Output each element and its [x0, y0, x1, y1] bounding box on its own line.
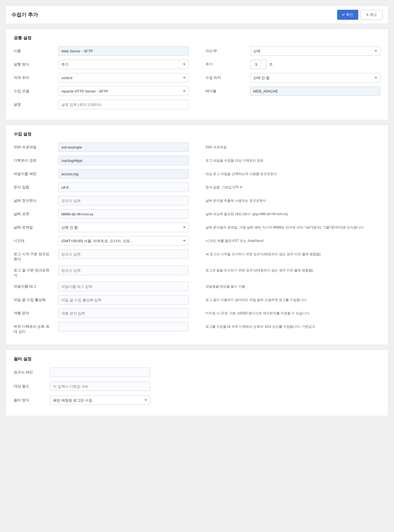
filename-tag-desc: 파일명을 태깅할 필드 이름 — [206, 282, 381, 289]
newline-char-desc: 미지정 시 LF로 구분, \u0000 형식으로 제어문자를 지정할 수 있습… — [206, 308, 381, 316]
charset-label: 문자 집합 — [14, 183, 58, 190]
filename-tag-input[interactable] — [58, 282, 189, 291]
subdir-depth-desc: 로그를 수집할 때 하위 디렉토리 순회의 최대 깊이를 지정합니다. 기본값 … — [206, 322, 381, 329]
header-bar: 수집기 추가 ✔ 확인 ✕ 취소 — [6, 6, 388, 24]
name-input[interactable] — [58, 46, 189, 56]
filter-method-select[interactable]: 패턴 매칭된 로그만 수집 패턴 매칭된 로그 제외 — [50, 395, 150, 405]
log-start-regex-input[interactable] — [58, 249, 189, 259]
filter-settings-section: 필터 설정 정규식 패턴 대상 필드 필터 방식 패턴 매칭된 로그만 수집 패… — [6, 349, 388, 416]
collect-location-select[interactable]: 선택 안 함 — [250, 73, 381, 82]
filename-pattern-label: 파일이름 패턴 — [14, 169, 58, 176]
newline-char-label: 개행 문자 — [14, 308, 58, 316]
log-end-regex-label: 로그 끝 구분 정규표현 식 — [14, 266, 58, 278]
log-start-regex-label: 로그 시작 구분 정규표 현식 — [14, 249, 58, 262]
date-regex-label: 날짜 정규현식 — [14, 196, 58, 203]
date-regex-input[interactable] — [58, 196, 189, 205]
log-end-regex-desc: 로그의 끝을 인식하기 위한 정규식(매칭되지 않는 경우 이전 줄에 병합됨) — [206, 266, 381, 273]
regex-pattern-label: 정규식 패턴 — [14, 370, 50, 375]
newline-char-input[interactable] — [58, 308, 189, 318]
cancel-button[interactable]: ✕ 취소 — [361, 10, 383, 20]
collect-settings-section: 수집 설정 SSH 프로파일 SSH 프로파일 디렉토리 경로 로그 파일을 수… — [6, 125, 388, 345]
period-input[interactable] — [250, 60, 267, 69]
load-location-label: 적재 위치 — [14, 73, 58, 80]
common-settings-section: 공통 설정 이름 자산 IP 선택 실행 방식 — [6, 28, 388, 120]
timezone-select[interactable]: (GMT+09:00) 서울, 야쿠츠크, 오사카, 삿포... — [58, 236, 189, 246]
timezone-desc: 시간대, 예를 들면 KST 또는 Asia/Seoul — [206, 236, 381, 244]
collect-model-select[interactable]: Apache HTTP Server - SFTP — [58, 86, 189, 96]
common-settings-title: 공통 설정 — [14, 35, 380, 41]
ssh-profile-desc: SSH 프로파일 — [206, 142, 381, 150]
page-title: 수집기 추가 — [11, 11, 38, 18]
timezone-label: 시간대 — [14, 236, 58, 243]
file-end-collect-desc: 로그 끝이 식별되지 않더라도 파일 끝에 도달하면 로그를 수집합니다. — [206, 295, 381, 303]
subdir-depth-input[interactable] — [58, 322, 189, 331]
description-label: 설명 — [14, 100, 58, 107]
file-end-collect-input[interactable] — [58, 295, 189, 305]
ssh-profile-label: SSH 프로파일 — [14, 142, 58, 150]
header-buttons: ✔ 확인 ✕ 취소 — [337, 10, 383, 20]
description-input[interactable] — [58, 100, 189, 109]
log-end-regex-input[interactable] — [58, 266, 189, 275]
filename-pattern-input[interactable] — [58, 169, 189, 179]
date-format-label: 날짜 포맷 — [14, 209, 58, 217]
collect-location-label: 수집 위치 — [206, 73, 250, 80]
confirm-button[interactable]: ✔ 확인 — [337, 10, 359, 20]
date-regex-desc: 날짜 문자열 추출에 사용되는 정규표현식 — [206, 196, 381, 203]
target-field-label: 대상 필드 — [14, 384, 50, 389]
date-format-input[interactable] — [58, 209, 189, 219]
collect-model-label: 수집 모델 — [14, 86, 58, 94]
ssh-profile-input[interactable] — [58, 142, 189, 152]
directory-label: 디렉토리 경로 — [14, 156, 58, 163]
table-label: 테이블 — [206, 86, 250, 94]
target-field-input[interactable] — [50, 382, 150, 391]
charset-desc: 문자 집합. 기본값 UTF-8 — [206, 183, 381, 190]
execution-method-label: 실행 방식 — [14, 60, 58, 67]
directory-input[interactable] — [58, 156, 189, 165]
load-location-select[interactable]: control — [58, 73, 189, 82]
charset-input[interactable] — [58, 183, 189, 192]
collect-settings-title: 수집 설정 — [14, 132, 380, 137]
filter-method-label: 필터 방식 — [14, 398, 50, 403]
regex-pattern-input[interactable] — [50, 368, 150, 377]
log-start-regex-desc: 새 로그의 시작을 인식하기 위한 정규식(매칭되지 않는 경우 이전 줄에 병… — [206, 249, 381, 257]
date-locale-label: 날짜 로케일 — [14, 223, 58, 230]
period-label: 주기 — [206, 60, 250, 67]
asset-ip-select[interactable]: 선택 — [250, 46, 381, 56]
filter-settings-title: 필터 설정 — [14, 356, 380, 362]
filename-pattern-desc: 대상 로그 파일을 선택하는데 사용할 정규표현식 — [206, 169, 381, 177]
date-format-desc: 날짜 파싱에 필요한 패턴 (예시: yyyy-MM-dd HH:mm:ss) — [206, 209, 381, 217]
execution-method-select[interactable]: 주기 — [58, 60, 189, 69]
file-end-collect-label: 파일 끝 수집 활성화 — [14, 295, 58, 302]
date-locale-select[interactable]: 선택 안 함 — [58, 223, 189, 232]
name-label: 이름 — [14, 46, 58, 54]
asset-ip-label: 자산 IP — [206, 46, 250, 54]
table-input[interactable] — [250, 86, 381, 96]
directory-desc: 로그 파일을 수집할 대상 디렉토리 경로 — [206, 156, 381, 163]
subdir-depth-label: 하위 디렉토리 순회 최 대 깊이 — [14, 322, 58, 334]
filename-tag-label: 파일이름 태그 — [14, 282, 58, 289]
period-unit: 초 — [269, 62, 273, 67]
date-locale-desc: 날짜 문자열의 로케일. 가령 날짜 패턴 지시자 MMM은 언어에 따라 "J… — [206, 223, 381, 230]
